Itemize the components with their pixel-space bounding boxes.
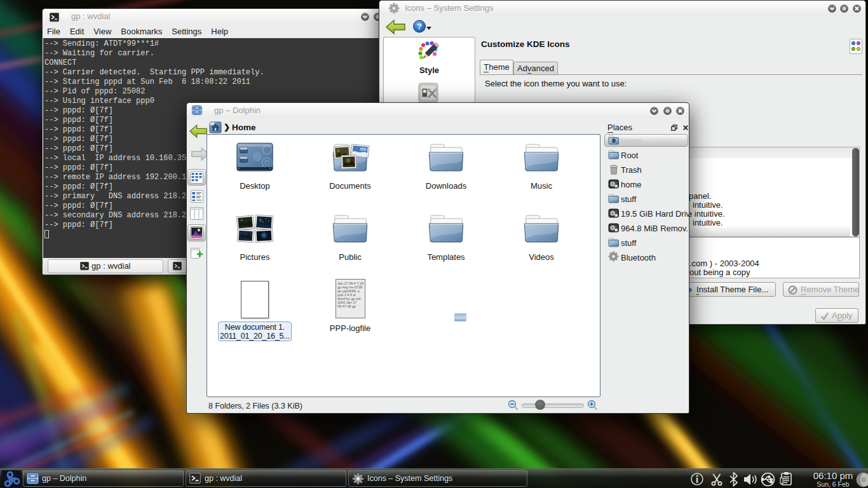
svg-text:?: ? — [417, 22, 422, 31]
